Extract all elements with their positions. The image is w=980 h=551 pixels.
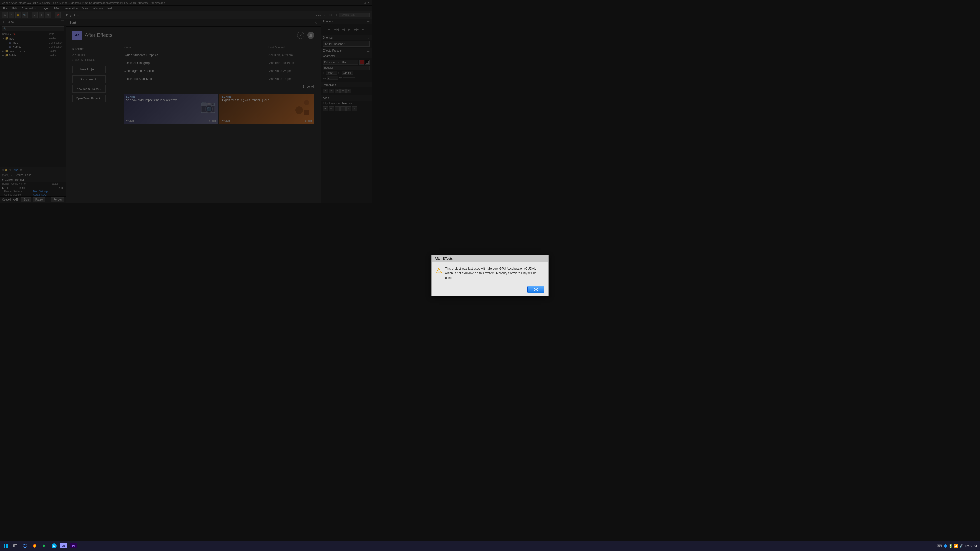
alert-overlay: After Effects ⚠ This project was last us… [0, 0, 372, 208]
